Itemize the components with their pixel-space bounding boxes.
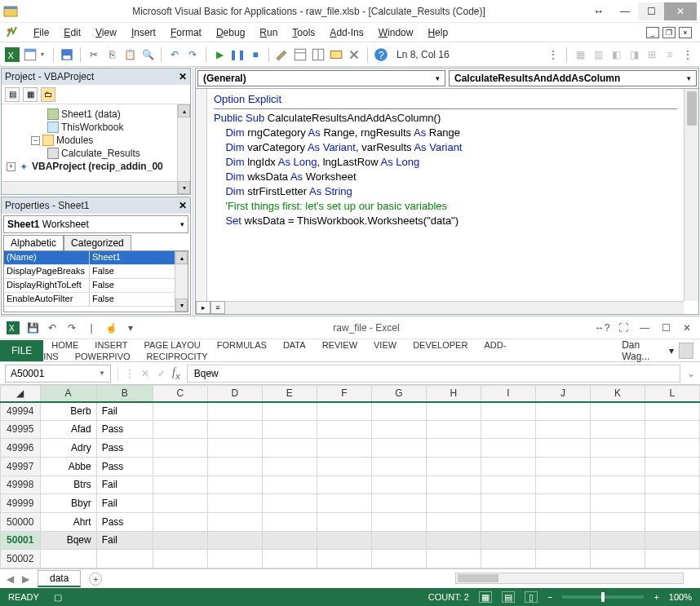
cell[interactable] bbox=[590, 531, 645, 550]
name-box[interactable]: A50001▼ bbox=[5, 365, 111, 383]
toolbox-icon[interactable] bbox=[347, 47, 361, 62]
cell[interactable] bbox=[262, 531, 317, 550]
cell[interactable] bbox=[207, 402, 262, 421]
column-header-L[interactable]: L bbox=[645, 386, 699, 402]
properties-tab-categorized[interactable]: Categorized bbox=[64, 235, 131, 250]
menu-view[interactable]: View bbox=[88, 24, 124, 41]
object-dropdown[interactable]: (General)▾ bbox=[197, 70, 445, 86]
cell[interactable] bbox=[153, 402, 207, 421]
cell[interactable] bbox=[426, 420, 481, 439]
design-mode-icon[interactable] bbox=[275, 47, 290, 62]
maximize-button[interactable]: ☐ bbox=[638, 2, 664, 20]
cell[interactable] bbox=[535, 476, 590, 494]
copy-icon[interactable]: ⎘ bbox=[104, 47, 119, 62]
tb-extra-4-icon[interactable]: ◨ bbox=[627, 47, 641, 62]
cell[interactable] bbox=[590, 494, 645, 513]
menu-window[interactable]: Window bbox=[371, 24, 421, 41]
cell[interactable] bbox=[262, 457, 317, 476]
row-header[interactable]: 50002 bbox=[1, 550, 41, 568]
cell[interactable] bbox=[481, 457, 535, 476]
close-button[interactable]: ✕ bbox=[664, 2, 697, 20]
cell[interactable] bbox=[207, 420, 262, 439]
cell[interactable] bbox=[426, 512, 481, 531]
cell[interactable] bbox=[262, 402, 317, 421]
column-header-I[interactable]: I bbox=[481, 386, 535, 402]
menu-file[interactable]: File bbox=[26, 24, 56, 41]
cell[interactable] bbox=[317, 512, 371, 531]
cell[interactable] bbox=[426, 550, 481, 568]
menu-debug[interactable]: Debug bbox=[209, 24, 252, 41]
sheet-tab-data[interactable]: data bbox=[38, 570, 81, 587]
column-header-C[interactable]: C bbox=[153, 386, 207, 402]
cell[interactable] bbox=[481, 420, 535, 439]
mdi-restore-button[interactable]: ❐ bbox=[662, 27, 676, 38]
excel-app-icon[interactable]: X bbox=[7, 321, 20, 334]
project-explorer-icon[interactable] bbox=[293, 47, 308, 62]
cell[interactable]: Ahrt bbox=[40, 512, 96, 531]
cell[interactable] bbox=[645, 531, 699, 550]
project-close-icon[interactable]: ✕ bbox=[179, 71, 187, 82]
cell[interactable]: Bqew bbox=[40, 531, 96, 550]
cell[interactable] bbox=[40, 550, 96, 568]
menu-insert[interactable]: Insert bbox=[124, 24, 163, 41]
cell[interactable] bbox=[371, 420, 426, 439]
row-header[interactable]: 49999 bbox=[1, 494, 41, 513]
cell[interactable] bbox=[317, 439, 371, 458]
cell[interactable]: Berb bbox=[40, 402, 96, 421]
properties-tab-alphabetic[interactable]: Alphabetic bbox=[3, 235, 64, 250]
run-icon[interactable]: ▶ bbox=[212, 47, 227, 62]
break-icon[interactable]: ❚❚ bbox=[230, 47, 245, 62]
cell[interactable] bbox=[535, 512, 590, 531]
cell[interactable]: Pass bbox=[96, 439, 153, 458]
properties-close-icon[interactable]: ✕ bbox=[179, 200, 187, 211]
column-header-K[interactable]: K bbox=[590, 386, 645, 402]
zoom-out-icon[interactable]: − bbox=[547, 592, 552, 602]
tree-item-modules-folder[interactable]: −Modules bbox=[3, 134, 188, 147]
cell[interactable] bbox=[207, 531, 262, 550]
cell[interactable] bbox=[535, 494, 590, 513]
worksheet-grid[interactable]: ◢ABCDEFGHIJKL 49994BerbFail49995AfadPass… bbox=[0, 385, 700, 568]
collapse-icon[interactable]: − bbox=[31, 136, 40, 145]
cell[interactable] bbox=[645, 476, 699, 494]
sheet-nav-prev-icon[interactable]: ◀ bbox=[7, 573, 14, 585]
cell[interactable]: Btrs bbox=[40, 476, 96, 494]
cell[interactable] bbox=[371, 494, 426, 513]
normal-view-icon[interactable]: ▦ bbox=[479, 591, 492, 603]
cell[interactable]: Adry bbox=[40, 439, 96, 458]
table-row[interactable]: 50002 bbox=[1, 550, 700, 568]
row-header[interactable]: 49994 bbox=[1, 402, 41, 421]
cell[interactable] bbox=[153, 476, 207, 494]
cell[interactable]: Pass bbox=[96, 512, 153, 531]
cell[interactable] bbox=[262, 550, 317, 568]
table-row[interactable]: 50000AhrtPass bbox=[1, 512, 700, 531]
cell[interactable]: Pass bbox=[96, 420, 153, 439]
menu-help[interactable]: Help bbox=[420, 24, 455, 41]
ribbon-tab-developer[interactable]: DEVELOPER bbox=[405, 335, 476, 355]
properties-vscrollbar[interactable]: ▴▾ bbox=[175, 251, 188, 312]
tree-item-module-calculate-results[interactable]: Calculate_Results bbox=[3, 147, 188, 160]
qat-customize-icon[interactable]: ▾ bbox=[124, 321, 137, 334]
cell[interactable] bbox=[426, 457, 481, 476]
cell[interactable] bbox=[153, 439, 207, 458]
cell[interactable] bbox=[426, 494, 481, 513]
cell[interactable] bbox=[96, 550, 153, 568]
view-object-icon[interactable]: ▦ bbox=[23, 87, 38, 102]
cell[interactable] bbox=[590, 420, 645, 439]
cell[interactable] bbox=[153, 550, 207, 568]
cell[interactable] bbox=[481, 550, 535, 568]
expand-formula-bar-icon[interactable]: ⌄ bbox=[687, 368, 695, 379]
cell[interactable] bbox=[645, 439, 699, 458]
cell[interactable] bbox=[645, 420, 699, 439]
view-code-icon[interactable]: ▤ bbox=[5, 87, 20, 102]
table-row[interactable]: 49996AdryPass bbox=[1, 439, 700, 458]
cell[interactable] bbox=[645, 512, 699, 531]
cell[interactable] bbox=[590, 512, 645, 531]
cell[interactable] bbox=[153, 512, 207, 531]
tb-extra-1-icon[interactable]: ▦ bbox=[573, 47, 587, 62]
find-icon[interactable]: 🔍 bbox=[140, 47, 155, 62]
cell[interactable] bbox=[481, 494, 535, 513]
fx-icon[interactable]: fx bbox=[172, 366, 180, 381]
cell[interactable]: Fail bbox=[96, 531, 153, 550]
cell[interactable] bbox=[481, 402, 535, 421]
procedure-view-icon[interactable]: ▸ bbox=[196, 301, 210, 314]
